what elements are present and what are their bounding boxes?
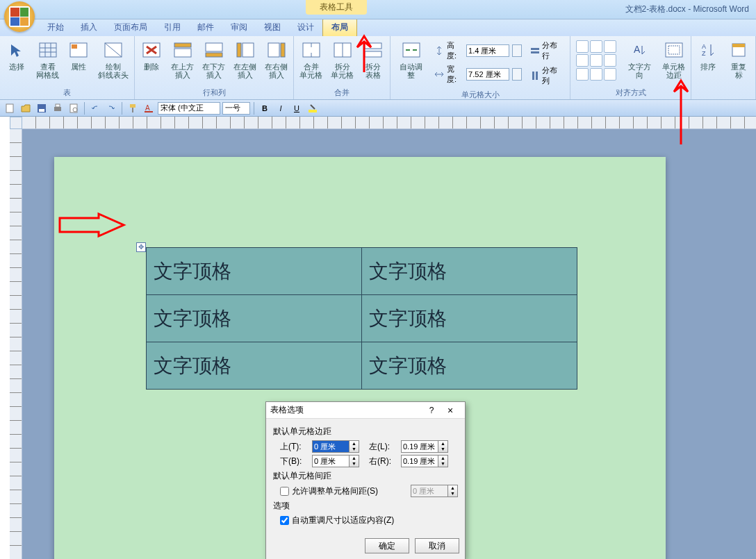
tab-view[interactable]: 视图 [256,19,289,36]
left-label: 左(L): [369,441,397,453]
tab-design[interactable]: 设计 [289,19,322,36]
merge-cells-button[interactable]: 合并 单元格 [297,37,325,81]
width-spinner[interactable] [512,68,522,81]
contextual-tab-label: 表格工具 [306,0,367,15]
new-icon[interactable] [3,101,17,115]
annotation-arrow-cell-margins [667,76,695,146]
insert-above-button[interactable]: 在上方 插入 [168,37,197,81]
table-move-handle[interactable]: ✥ [136,242,146,252]
italic-icon[interactable]: I [274,101,288,115]
font-name-input[interactable] [158,102,220,115]
insert-right-button[interactable]: 在右侧 插入 [262,37,290,81]
width-input[interactable] [466,68,509,81]
svg-text:Z: Z [702,50,706,57]
tab-review[interactable]: 审阅 [222,19,256,36]
alignment-grid[interactable] [573,37,619,83]
cell-margins-button[interactable]: 单元格 边距 [659,37,688,81]
table-cell[interactable]: 文字顶格 [362,295,577,342]
vertical-ruler[interactable] [10,129,22,559]
table-cell[interactable]: 文字顶格 [147,248,362,295]
table-row: 文字顶格文字顶格 [147,295,577,342]
table-options-dialog: 表格选项 ? × 默认单元格边距 上(T): ▲▼ 左(L): ▲▼ 下(B):… [265,401,466,559]
table-cell[interactable]: 文字顶格 [362,248,577,295]
ribbon-tabs: 开始 插入 页面布局 引用 邮件 审阅 视图 设计 布局 [0,19,756,36]
svg-rect-25 [403,43,420,57]
delete-button[interactable]: 删除 [138,37,165,72]
autofit-button[interactable]: 自动调整 [393,37,429,81]
text-color-icon[interactable]: A [142,101,156,115]
table-cell[interactable]: 文字顶格 [147,295,362,342]
help-icon[interactable]: ? [423,406,440,415]
word-table[interactable]: 文字顶格文字顶格 文字顶格文字顶格 文字顶格文字顶格 [146,247,577,390]
svg-rect-48 [309,110,317,112]
right-spinner[interactable]: ▲▼ [438,455,448,467]
bottom-margin-input[interactable] [312,455,350,467]
format-painter-icon[interactable] [126,101,140,115]
height-input[interactable] [466,44,509,57]
font-size-input[interactable] [222,102,250,115]
sort-button[interactable]: AZ排序 [694,37,722,72]
group-cellsize-label: 单元格大小 [393,89,567,101]
svg-rect-26 [531,48,539,50]
print-icon[interactable] [51,101,65,115]
svg-rect-27 [531,51,539,53]
width-label: 宽度: [447,64,463,85]
default-spacing-label: 默认单元格间距 [273,470,458,482]
tab-insert[interactable]: 插入 [72,19,106,36]
distribute-rows-button[interactable]: 分布行 [530,40,564,61]
svg-rect-15 [237,43,241,57]
tab-mailings[interactable]: 邮件 [189,19,222,36]
bottom-spinner[interactable]: ▲▼ [350,455,359,467]
options-label: 选项 [273,500,458,512]
table-cell[interactable]: 文字顶格 [147,342,362,390]
close-icon[interactable]: × [440,405,461,416]
underline-icon[interactable]: U [290,101,304,115]
height-spinner[interactable] [512,44,522,57]
save-icon[interactable] [35,101,49,115]
insert-below-button[interactable]: 在下方 插入 [199,37,228,81]
redo-icon[interactable] [104,101,118,115]
properties-button[interactable]: 属性 [65,37,92,72]
tab-pagelayout[interactable]: 页面布局 [106,19,156,36]
svg-text:A: A [145,104,150,112]
tab-references[interactable]: 引用 [156,19,189,36]
highlight-icon[interactable] [306,101,320,115]
right-margin-input[interactable] [401,455,438,467]
svg-rect-28 [532,72,534,80]
svg-text:A: A [634,44,641,55]
annotation-arrow-table [57,211,126,239]
spacing-input [411,485,448,497]
svg-rect-13 [206,53,222,57]
text-direction-button[interactable]: A文字方向 [622,37,657,81]
allow-spacing-checkbox[interactable] [280,487,289,496]
allow-spacing-label: 允许调整单元格间距(S) [292,485,378,497]
top-margin-input[interactable] [312,440,350,453]
open-icon[interactable] [19,101,33,115]
left-margin-input[interactable] [401,440,438,453]
preview-icon[interactable] [67,101,81,115]
tab-home[interactable]: 开始 [39,19,72,36]
view-gridlines-button[interactable]: 查看 网格线 [33,37,62,81]
ruler-corner[interactable] [10,117,22,129]
svg-rect-29 [536,72,538,80]
svg-rect-45 [132,108,133,112]
select-button[interactable]: 选择 [3,37,31,72]
cancel-button[interactable]: 取消 [415,538,459,553]
table-row: 文字顶格文字顶格 [147,342,577,390]
draw-diagonal-button[interactable]: 绘制 斜线表头 [95,37,131,81]
repeat-header-button[interactable]: 重复标 [725,37,753,81]
insert-left-button[interactable]: 在左侧 插入 [231,37,259,81]
distribute-cols-button[interactable]: 分布列 [530,65,564,86]
svg-rect-39 [39,109,44,112]
autofit-checkbox[interactable] [280,516,289,525]
ok-button[interactable]: 确定 [365,538,409,553]
top-spinner[interactable]: ▲▼ [350,440,359,453]
undo-icon[interactable] [88,101,102,115]
left-spinner[interactable]: ▲▼ [438,440,448,453]
office-button[interactable] [4,1,35,32]
bold-icon[interactable]: B [258,101,272,115]
svg-rect-47 [145,111,153,112]
horizontal-ruler[interactable] [22,117,756,129]
table-cell[interactable]: 文字顶格 [362,342,577,390]
svg-rect-41 [56,104,60,107]
